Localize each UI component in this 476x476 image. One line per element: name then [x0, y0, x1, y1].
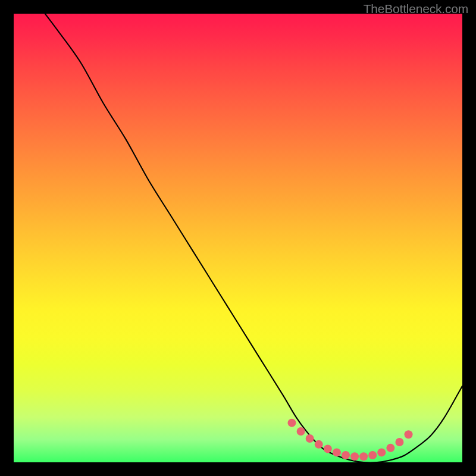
marker-dot — [395, 438, 403, 446]
chart-container: TheBottleneck.com — [0, 0, 476, 476]
marker-dot — [306, 434, 314, 443]
chart-svg — [14, 14, 462, 462]
marker-dot — [350, 452, 359, 461]
marker-dot — [368, 451, 377, 459]
marker-dot — [405, 430, 413, 439]
optimal-range-markers — [287, 419, 412, 461]
marker-dot — [297, 427, 305, 436]
marker-dot — [386, 444, 394, 452]
marker-dot — [333, 448, 341, 456]
marker-dot — [324, 444, 332, 453]
plot-area — [14, 14, 462, 462]
marker-dot — [342, 451, 350, 459]
bottleneck-curve — [45, 14, 462, 462]
marker-dot — [287, 419, 296, 427]
marker-dot — [315, 440, 323, 449]
marker-dot — [359, 452, 368, 461]
watermark-text: TheBottleneck.com — [364, 2, 468, 16]
marker-dot — [377, 448, 386, 456]
